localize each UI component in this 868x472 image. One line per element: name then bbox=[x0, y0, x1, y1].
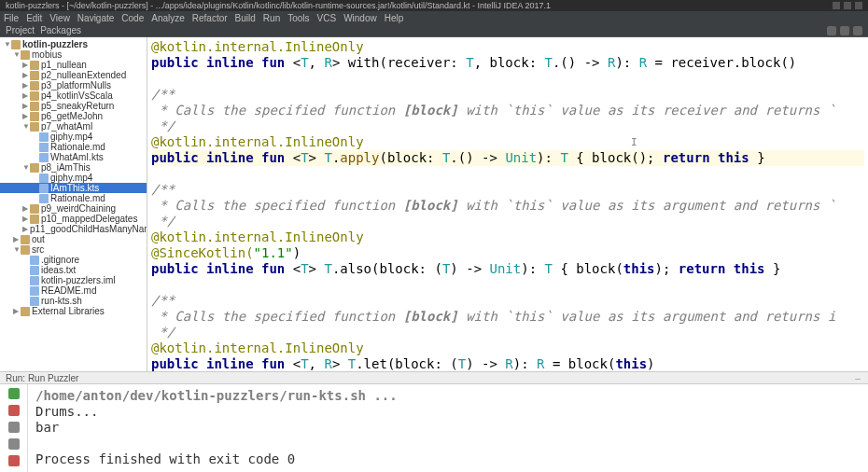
tree-label: Rationale.md bbox=[50, 142, 105, 152]
tree-node[interactable]: Rationale.md bbox=[0, 193, 147, 203]
tree-arrow-icon[interactable] bbox=[13, 235, 21, 243]
tree-arrow-icon[interactable] bbox=[13, 307, 21, 315]
hide-icon[interactable] bbox=[853, 26, 862, 35]
tree-arrow-icon[interactable] bbox=[22, 61, 30, 69]
tree-node[interactable]: README.md bbox=[0, 285, 147, 296]
collapse-icon[interactable] bbox=[840, 26, 849, 35]
tree-node[interactable]: IAmThis.kts bbox=[0, 183, 147, 193]
up-icon[interactable] bbox=[8, 438, 20, 450]
tree-node[interactable]: p5_sneakyReturn bbox=[0, 101, 147, 111]
menu-refactor[interactable]: Refactor bbox=[192, 13, 228, 23]
tree-arrow-icon[interactable] bbox=[13, 50, 21, 59]
menu-build[interactable]: Build bbox=[235, 13, 256, 23]
tree-node[interactable]: p3_platformNulls bbox=[0, 80, 147, 90]
tree-label: p10_mappedDelegates bbox=[41, 214, 137, 224]
tree-node[interactable]: p2_nulleanExtended bbox=[0, 70, 147, 80]
main-area: kotlin-puzzlersmobiusp1_nulleanp2_nullea… bbox=[0, 37, 868, 371]
tree-node[interactable]: giphy.mp4 bbox=[0, 173, 147, 183]
tree-node[interactable]: p4_kotlinVsScala bbox=[0, 90, 147, 101]
tree-node[interactable]: mobius bbox=[0, 49, 147, 60]
file-icon bbox=[30, 266, 39, 275]
code-editor[interactable]: @kotlin.internal.InlineOnly public inlin… bbox=[147, 37, 868, 371]
exit-icon[interactable] bbox=[8, 455, 20, 466]
folder-icon bbox=[30, 91, 39, 101]
tree-node[interactable]: p11_goodChildHasManyNames bbox=[0, 224, 147, 234]
tree-arrow-icon[interactable] bbox=[4, 40, 11, 49]
menu-view[interactable]: View bbox=[49, 13, 70, 23]
folder-icon bbox=[30, 112, 39, 121]
restart-icon[interactable] bbox=[8, 422, 20, 433]
tree-arrow-icon[interactable] bbox=[13, 245, 21, 254]
tree-label: run-kts.sh bbox=[41, 296, 82, 306]
folder-icon bbox=[30, 215, 39, 224]
tree-node[interactable]: p10_mappedDelegates bbox=[0, 214, 147, 224]
tree-arrow-icon[interactable] bbox=[22, 91, 30, 100]
run-output[interactable]: /home/anton/dev/kotlin-puzzlers/run-kts.… bbox=[28, 384, 868, 472]
gear-icon[interactable] bbox=[827, 26, 836, 35]
tree-node[interactable]: Rationale.md bbox=[0, 142, 147, 152]
tree-node[interactable]: .gitignore bbox=[0, 255, 147, 265]
tree-node[interactable]: run-kts.sh bbox=[0, 296, 147, 306]
tree-label: p1_nullean bbox=[41, 60, 87, 70]
folder-icon bbox=[30, 102, 39, 111]
tree-node[interactable]: src bbox=[0, 244, 147, 255]
tree-arrow-icon[interactable] bbox=[22, 204, 30, 213]
menu-navigate[interactable]: Navigate bbox=[77, 13, 114, 23]
menu-vcs[interactable]: VCS bbox=[317, 13, 337, 23]
tree-label: ideas.txt bbox=[41, 265, 76, 275]
tree-arrow-icon[interactable] bbox=[22, 225, 28, 233]
tab-project[interactable]: Project bbox=[6, 25, 35, 35]
menu-help[interactable]: Help bbox=[385, 13, 404, 23]
max-icon[interactable] bbox=[844, 2, 851, 9]
titlebar: kotlin-puzzlers - [~/dev/kotlin-puzzlers… bbox=[0, 0, 868, 11]
tree-node[interactable]: External Libraries bbox=[0, 306, 147, 316]
file-icon bbox=[39, 184, 49, 193]
menu-code[interactable]: Code bbox=[121, 13, 144, 23]
tree-arrow-icon[interactable] bbox=[22, 112, 30, 120]
file-icon bbox=[39, 143, 49, 152]
rerun-icon[interactable] bbox=[8, 388, 20, 399]
tree-arrow-icon[interactable] bbox=[22, 102, 30, 110]
menu-tools[interactable]: Tools bbox=[287, 13, 309, 23]
tree-arrow-icon[interactable] bbox=[22, 122, 30, 131]
folder-icon bbox=[21, 245, 30, 255]
tree-node[interactable]: giphy.mp4 bbox=[0, 132, 147, 142]
tree-node[interactable]: out bbox=[0, 234, 147, 244]
tree-node[interactable]: ideas.txt bbox=[0, 265, 147, 275]
run-tool-header[interactable]: Run: Run Puzzler – bbox=[0, 371, 868, 384]
output-command: /home/anton/dev/kotlin-puzzlers/run-kts.… bbox=[35, 388, 861, 404]
tree-node[interactable]: kotlin-puzzlers bbox=[0, 39, 147, 49]
min-icon[interactable] bbox=[833, 2, 840, 9]
tree-node[interactable]: p1_nullean bbox=[0, 60, 147, 70]
close-icon[interactable] bbox=[855, 2, 862, 9]
tree-label: p7_whatAmI bbox=[41, 121, 93, 132]
tree-arrow-icon[interactable] bbox=[22, 163, 30, 172]
menu-edit[interactable]: Edit bbox=[26, 13, 42, 23]
tree-arrow-icon[interactable] bbox=[22, 81, 30, 90]
tree-node[interactable]: p6_getMeJohn bbox=[0, 111, 147, 121]
tree-label: giphy.mp4 bbox=[50, 173, 92, 183]
tree-label: p8_iAmThis bbox=[41, 162, 91, 173]
tree-node[interactable]: WhatAmI.kts bbox=[0, 152, 147, 162]
stop-icon[interactable] bbox=[8, 405, 20, 416]
tree-label: mobius bbox=[32, 49, 62, 60]
menu-run[interactable]: Run bbox=[263, 13, 280, 23]
menu-window[interactable]: Window bbox=[343, 13, 377, 23]
project-toolbar: Project Packages bbox=[0, 24, 868, 37]
menu-analyze[interactable]: Analyze bbox=[151, 13, 185, 23]
project-tree[interactable]: kotlin-puzzlersmobiusp1_nulleanp2_nullea… bbox=[0, 37, 147, 371]
tree-arrow-icon[interactable] bbox=[22, 71, 30, 79]
annotation: @kotlin.internal.InlineOnly bbox=[151, 39, 364, 54]
menu-file[interactable]: File bbox=[4, 13, 19, 23]
tree-node[interactable]: p9_weirdChaining bbox=[0, 203, 147, 214]
tree-node[interactable]: p8_iAmThis bbox=[0, 162, 147, 173]
close-panel-icon[interactable]: – bbox=[853, 373, 862, 382]
tree-arrow-icon[interactable] bbox=[22, 215, 30, 223]
tree-node[interactable]: p7_whatAmI bbox=[0, 121, 147, 132]
kw: public inline fun bbox=[151, 55, 293, 70]
tab-packages[interactable]: Packages bbox=[40, 25, 81, 35]
file-icon bbox=[39, 153, 49, 162]
tree-node[interactable]: kotlin-puzzlers.iml bbox=[0, 275, 147, 285]
file-icon bbox=[39, 174, 49, 183]
caret-icon: I bbox=[631, 134, 637, 150]
